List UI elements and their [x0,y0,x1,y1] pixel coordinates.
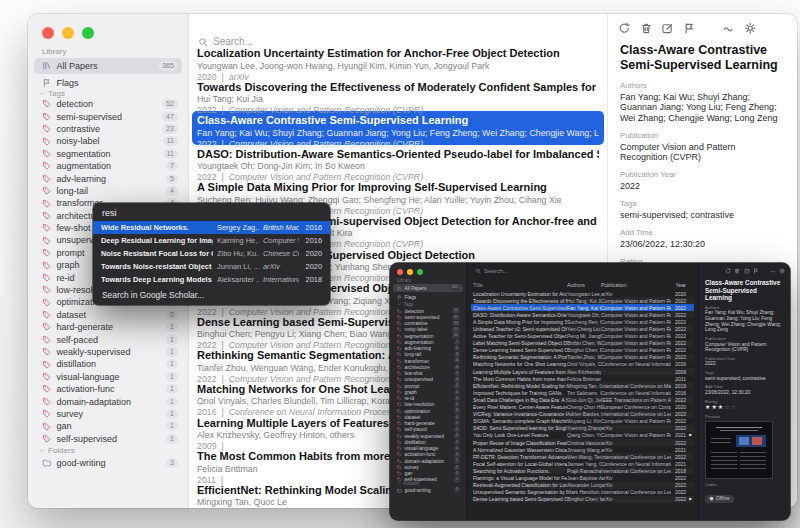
sidebar-item-gan[interactable]: gan1 [34,420,182,432]
table-row[interactable]: Matching Networks for One Shot Learning.… [471,361,694,368]
sidebar-item-augmentation[interactable]: augmentation7 [393,339,463,345]
table-row[interactable]: Retrieval-Augmented Classification for L… [471,482,694,489]
sidebar-item-architecture[interactable]: architecture3 [393,364,463,370]
trash-icon[interactable] [734,268,740,274]
sidebar-item-flags[interactable]: Flags [393,293,463,301]
table-row[interactable]: Every Pixel Matters: Center-Aware Featur… [471,404,694,411]
suggestion-item[interactable]: Noise Resistant Focal Loss for Object D.… [93,247,330,260]
sidebar-item-visual-language[interactable]: visual-language1 [393,446,463,452]
preview-thumbnail[interactable] [705,421,773,479]
table-row[interactable]: A Normalized Gaussian Wasserstein Distan… [471,446,694,453]
settings-icon[interactable] [779,268,785,274]
sidebar-item-domain-adaptation[interactable]: domain-adaptation1 [34,395,182,407]
flag-icon[interactable] [753,268,759,274]
column-header-publication[interactable]: Publication [601,282,671,288]
sidebar-item-segmentation[interactable]: segmentation11 [34,148,182,160]
edit-icon[interactable] [744,268,750,274]
sidebar-item-few-shot[interactable]: few-shot3 [393,371,463,377]
table-row[interactable]: Active Teacher for Semi-Supervised Objec… [471,333,694,340]
edit-icon[interactable] [661,22,674,35]
sidebar-item-good-writing[interactable]: good-writing3 [34,457,182,469]
search-input[interactable]: Search... [475,268,508,274]
table-row[interactable]: Small Data Challenges in Big Data Era: A… [471,396,694,403]
sidebar-item-all-papers[interactable]: All Papers 365 [34,58,182,74]
table-row[interactable]: Proper Reuse of Image Classification Fea… [471,439,694,446]
trash-icon[interactable] [640,22,653,35]
tags-header[interactable]: Tags [38,89,65,98]
tags-header[interactable]: Tags [397,302,413,307]
sidebar-item-contrastive[interactable]: contrastive23 [393,321,463,327]
sidebar-item-self-paced[interactable]: self-paced1 [34,333,182,345]
search-google-scholar[interactable]: Search in Google Scholar... [93,286,330,304]
sidebar-item-good-writing[interactable]: good-writing3 [393,487,463,493]
zoom-button[interactable] [417,269,423,275]
table-row[interactable]: Towards Discovering the Effectiveness of… [471,297,694,304]
minimize-button[interactable] [407,269,413,275]
table-row[interactable]: Unsupervised Semantic Segmentation by Di… [471,489,694,496]
paper-list-item[interactable]: Localization Uncertainty Estimation for … [189,44,607,78]
sidebar-item-weakly-supervised[interactable]: weakly-supervised1 [34,346,182,358]
table-row[interactable]: Improved Techniques for Training GANs.Ti… [471,389,694,396]
table-row[interactable]: A Simple Data Mixing Prior for Improving… [471,318,694,325]
column-header-title[interactable]: Title [471,282,567,288]
table-row[interactable]: You Only Look One-Level Feature.Qiang Ch… [471,432,694,439]
query-text[interactable]: resi [93,203,330,221]
sidebar-item-semi-supervised[interactable]: semi-supervised47 [393,314,463,320]
sidebar-item-re-id[interactable]: re-id2 [393,396,463,402]
table-row[interactable]: EfficientNet: Rethinking Model Scaling f… [471,382,694,389]
table-row[interactable]: Focal Self-attention for Local-Global In… [471,460,694,467]
export-icon[interactable] [722,22,735,35]
paper-list-item[interactable]: Towards Discovering the Effectiveness of… [189,78,607,112]
table-row[interactable]: Localization Uncertainty Estimation for … [471,290,694,297]
flag-icon[interactable] [683,22,696,35]
rating-stars[interactable]: ★★★☆☆ [705,404,784,411]
sidebar-item-survey[interactable]: survey1 [34,408,182,420]
suggestion-item[interactable]: Towards Noise-resistant Object Detecti..… [93,260,330,273]
suggestion-item[interactable]: Deep Residual Learning for Image Reco...… [93,234,330,247]
export-icon[interactable] [770,268,776,274]
column-header-authors[interactable]: Authors [567,282,601,288]
close-button[interactable] [397,269,403,275]
table-row[interactable]: Flamingo: a Visual Language Model for Fe… [471,474,694,481]
table-row[interactable]: Dense Learning based Semi-Supervised Obj… [471,496,694,503]
sidebar-item-augmentation[interactable]: augmentation7 [34,160,182,172]
sidebar-item-survey[interactable]: survey1 [393,464,463,470]
sidebar-item-detection[interactable]: detection52 [34,98,182,110]
sidebar-item-distillation[interactable]: distillation1 [34,358,182,370]
sidebar-item-graph[interactable]: graph2 [393,389,463,395]
sidebar-item-adv-learning[interactable]: adv-learning5 [393,346,463,352]
table-row[interactable]: Learning Multiple Layers of Features fro… [471,368,694,375]
table-row[interactable]: SIGMA: Semantic-complete Graph Matching … [471,418,694,425]
sidebar-item-hard-generate[interactable]: hard-generate1 [34,321,182,333]
paper-list-item[interactable]: Class-Aware Contrastive Semi-Supervised … [192,111,604,145]
suggestion-item[interactable]: Wide Residual Networks.Sergey Zag...Brit… [93,221,330,234]
table-row[interactable]: Rethinking Semantic Segmentation: A Prot… [471,354,694,361]
sidebar-item-dataset[interactable]: dataset2 [393,414,463,420]
table-row[interactable]: The Most Common Habits from more than 20… [471,375,694,382]
table-row[interactable]: Class-Aware Contrastive Semi-Supervised … [471,304,694,311]
paper-list-item[interactable]: DASO: Distribution-Aware Semantics-Orien… [189,145,607,179]
sidebar-item-semi-supervised[interactable]: semi-supervised47 [34,110,182,122]
star-empty-icon[interactable]: ☆ [731,404,737,410]
minimize-button[interactable] [62,27,74,39]
table-row[interactable]: Label Matching Semi-Supervised Object De… [471,340,694,347]
sidebar-item-hard-generate[interactable]: hard-generate1 [393,421,463,427]
table-row[interactable]: S4OD: Semi-Supervised learning for Singl… [471,425,694,432]
zoom-button[interactable] [82,27,94,39]
refresh-icon[interactable] [725,268,731,274]
folders-header[interactable]: Folders [397,481,419,486]
column-header-year[interactable]: Year [671,282,686,288]
code-repo-badge[interactable]: Offline [705,495,734,503]
sidebar-item-adv-learning[interactable]: adv-learning5 [34,172,182,184]
refresh-icon[interactable] [618,22,631,35]
suggestion-item[interactable]: Towards Deep Learning Models Resista...A… [93,273,330,286]
sidebar-item-noisy-label[interactable]: noisy-label11 [34,135,182,147]
sidebar-item-distillation[interactable]: distillation1 [393,439,463,445]
table-row[interactable]: DASO: Distribution-Aware Semantics-Orien… [471,311,694,318]
close-button[interactable] [42,27,54,39]
sidebar-item-activation-func[interactable]: activation-func1 [34,383,182,395]
sidebar-item-gan[interactable]: gan1 [393,471,463,477]
sidebar-item-long-tail[interactable]: long-tail4 [34,185,182,197]
sidebar-item-self-supervised[interactable]: self-supervised1 [34,433,182,445]
table-row[interactable]: VICReg: Variance-Invariance-Covariance R… [471,411,694,418]
